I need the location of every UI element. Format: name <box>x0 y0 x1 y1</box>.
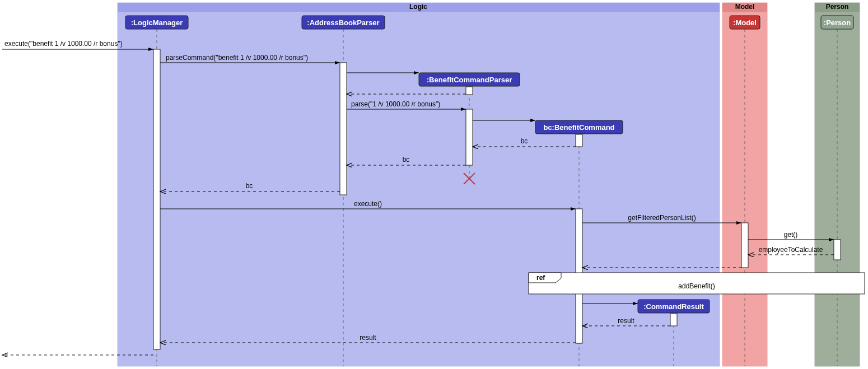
frame-logic-title: Logic <box>409 3 427 11</box>
lbl-execute: execute() <box>354 200 382 208</box>
act-logicmanager <box>153 49 160 349</box>
act-cr <box>670 314 677 326</box>
lbl-parsecommand: parseCommand("benefit 1 /v 1000.00 /r bo… <box>166 54 308 62</box>
frame-person-title: Person <box>826 3 849 11</box>
act-model <box>741 223 748 268</box>
act-bcp-parse <box>466 109 473 165</box>
ref-addbenefit: addBenefit() <box>678 282 715 290</box>
lbl-etc: employeeToCalculate <box>759 246 823 254</box>
head-commandresult-text: :CommandResult <box>643 302 704 311</box>
head-benefitcommand-text: bc:BenefitCommand <box>543 123 614 132</box>
frame-model-title: Model <box>735 3 755 11</box>
head-logicmanager-text: :LogicManager <box>131 18 183 27</box>
lbl-result2: result <box>360 334 376 342</box>
lbl-result1: result <box>618 317 634 325</box>
lbl-external-execute: execute("benefit 1 /v 1000.00 /r bonus") <box>4 40 123 48</box>
act-bcp-create <box>466 87 473 95</box>
act-addressbookparser <box>340 63 347 195</box>
lbl-bc1: bc <box>521 137 528 145</box>
head-benefitcommandparser-text: :BenefitCommandParser <box>427 76 512 84</box>
lbl-parse: parse("1 /v 1000.00 /r bonus") <box>351 100 440 108</box>
head-addressbookparser-text: :AddressBookParser <box>307 18 379 27</box>
head-model-text: :Model <box>733 18 757 27</box>
lbl-get: get() <box>784 231 798 239</box>
act-person <box>834 240 841 260</box>
lbl-getfpl: getFilteredPersonList() <box>628 214 696 222</box>
lbl-bc2: bc <box>403 156 410 164</box>
head-person-text: :Person <box>824 18 851 27</box>
act-bc-create <box>576 134 582 147</box>
ref-label: ref <box>536 274 545 282</box>
lbl-bc3: bc <box>246 182 253 190</box>
